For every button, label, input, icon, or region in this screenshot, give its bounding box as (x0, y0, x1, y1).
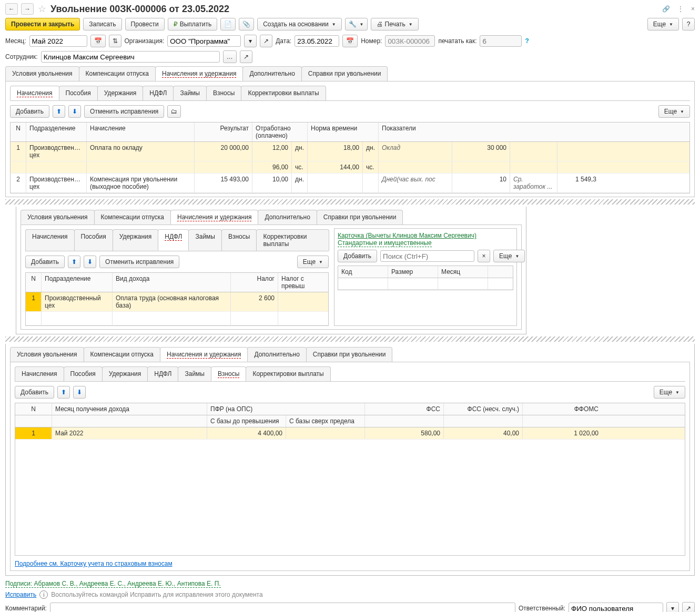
create-based-button[interactable]: Создать на основании▼ (257, 18, 341, 30)
s3-contrib[interactable]: Взносы (211, 366, 246, 381)
doc-icon-button[interactable]: 📄 (220, 18, 236, 30)
s2-corrections[interactable]: Корректировки выплаты (256, 229, 329, 251)
card-std-link[interactable]: Стандартные и имущественные (338, 239, 432, 247)
attach-icon-button[interactable]: 📎 (239, 18, 254, 30)
close-icon[interactable]: × (691, 5, 695, 13)
grid1-row-1a[interactable]: 1 Производственный цех Оплата по окладу … (11, 142, 689, 161)
g2-row-1[interactable]: 1 Производственный цех Оплата труда (осн… (26, 292, 328, 312)
employee-input[interactable] (41, 51, 220, 63)
col-n[interactable]: N (11, 123, 26, 141)
org-open[interactable]: ↗ (260, 35, 272, 47)
printas-input[interactable] (480, 35, 522, 47)
link-icon[interactable]: 🔗 (662, 5, 670, 13)
s2-contrib[interactable]: Взносы (221, 229, 257, 251)
contrib-detail-link[interactable]: Подробнее см. Карточку учета по страховы… (15, 560, 173, 567)
col-worked[interactable]: Отработано (оплачено) (252, 123, 308, 141)
col-dept[interactable]: Подразделение (26, 123, 87, 141)
g2-col-taxex[interactable]: Налог с превыш (278, 273, 328, 292)
post-and-close-button[interactable]: Провести и закрыть (5, 18, 80, 30)
tab2-additional[interactable]: Дополнительно (258, 210, 317, 225)
s2-loans[interactable]: Займы (188, 229, 222, 251)
extra-icon-button[interactable]: 🔧▼ (345, 18, 368, 30)
comment-input[interactable] (50, 603, 515, 612)
tab-additional[interactable]: Дополнительно (242, 66, 301, 81)
col-accr[interactable]: Начисление (87, 123, 195, 141)
col-res[interactable]: Результат (195, 123, 252, 141)
cancel-fix-2[interactable]: Отменить исправления (99, 256, 179, 268)
month-spinner[interactable]: ⇅ (109, 35, 121, 47)
responsible-open[interactable]: ↗ (682, 602, 695, 612)
col-ind[interactable]: Показатели (379, 123, 689, 141)
tab2-accruals[interactable]: Начисления и удержания (170, 210, 258, 225)
date-input[interactable] (295, 35, 339, 47)
s3-corrections[interactable]: Корректировки выплаты (246, 366, 330, 381)
employee-select[interactable]: … (223, 50, 237, 63)
card-col-size[interactable]: Размер (388, 266, 438, 278)
more-sub-1[interactable]: Еще▼ (658, 105, 690, 118)
date-cal-icon[interactable]: 📅 (342, 35, 358, 47)
card-add[interactable]: Добавить (338, 250, 377, 262)
s3-loans[interactable]: Займы (178, 366, 211, 381)
grid1-row-1b[interactable]: 96,00 чс. 144,00 чс. (11, 161, 689, 174)
tab3-additional[interactable]: Дополнительно (247, 347, 306, 362)
g3-col-n[interactable]: N (15, 403, 52, 415)
printas-help-icon[interactable]: ? (525, 37, 529, 45)
kebab-icon[interactable]: ⋮ (677, 5, 684, 13)
post-button[interactable]: Провести (125, 18, 165, 30)
responsible-dropdown[interactable]: ▾ (666, 602, 679, 612)
card-search[interactable] (380, 250, 474, 262)
add-button-2[interactable]: Добавить (25, 256, 65, 268)
subtab-contrib[interactable]: Взносы (206, 86, 241, 100)
tab2-conditions[interactable]: Условия увольнения (21, 210, 95, 225)
g3-col-ffoms[interactable]: ФФОМС (523, 403, 602, 415)
s2-ndfl[interactable]: НДФЛ (158, 229, 189, 251)
move-up-3[interactable]: ⬆ (57, 386, 70, 399)
employee-open[interactable]: ↗ (240, 50, 252, 63)
more-sub-2[interactable]: Еще▼ (297, 256, 329, 268)
s3-benefits[interactable]: Пособия (64, 366, 103, 381)
responsible-input[interactable] (569, 603, 663, 612)
subtab-corrections[interactable]: Корректировки выплаты (241, 86, 326, 100)
card-title-link[interactable]: Карточка (Вычеты Клинцов Максим Сергееви… (338, 232, 476, 239)
move-down-3[interactable]: ⬇ (73, 386, 86, 399)
tab2-compensations[interactable]: Компенсации отпуска (94, 210, 171, 225)
org-input[interactable] (167, 35, 241, 47)
g3-col-pfr[interactable]: ПФР (на ОПС) (207, 403, 365, 415)
col-norm[interactable]: Норма времени (308, 123, 379, 141)
g3-col-fssn[interactable]: ФСС (несч. случ.) (444, 403, 523, 415)
subtab-benefits[interactable]: Пособия (59, 86, 98, 100)
g3-col-fss[interactable]: ФСС (365, 403, 444, 415)
tab-certificates[interactable]: Справки при увольнении (301, 66, 388, 81)
tab-conditions[interactable]: Условия увольнения (5, 66, 79, 81)
g3-row-1[interactable]: 1 Май 2022 4 400,00 580,00 40,00 1 020,0… (15, 427, 685, 440)
month-input[interactable] (29, 35, 87, 47)
cancel-fix-1[interactable]: Отменить исправления (84, 105, 164, 118)
signatures-link[interactable]: Подписи: Абрамов С. В., Андреева Е. С., … (5, 580, 221, 588)
subtab-deductions[interactable]: Удержания (97, 86, 144, 100)
add-button-3[interactable]: Добавить (15, 386, 54, 399)
s2-benefits[interactable]: Пособия (74, 229, 113, 251)
g3-col-pfr2[interactable]: С базы сверх предела (286, 415, 365, 427)
more-sub-3[interactable]: Еще▼ (654, 386, 685, 399)
tab3-compensations[interactable]: Компенсации отпуска (84, 347, 160, 362)
tab3-accruals[interactable]: Начисления и удержания (160, 347, 248, 362)
print-button[interactable]: 🖨 Печать▼ (371, 18, 419, 30)
g2-col-dept[interactable]: Подразделение (42, 273, 113, 292)
help-button[interactable]: ? (682, 18, 695, 30)
more-button[interactable]: Еще▼ (647, 18, 679, 30)
subtab-ndfl[interactable]: НДФЛ (143, 86, 174, 100)
favorite-icon[interactable]: ☆ (38, 3, 46, 15)
move-up-2[interactable]: ⬆ (68, 256, 80, 268)
fix-link[interactable]: Исправить (5, 591, 36, 598)
g2-col-tax[interactable]: Налог (231, 273, 278, 292)
grid1-row-2[interactable]: 2 Производственный цех Компенсация при у… (11, 174, 689, 193)
move-down-2[interactable]: ⬇ (84, 256, 96, 268)
card-search-clear[interactable]: × (478, 250, 490, 262)
card-col-month[interactable]: Месяц (438, 266, 488, 278)
g2-col-n[interactable]: N (26, 273, 42, 292)
move-up-1[interactable]: ⬆ (53, 105, 65, 118)
card-more[interactable]: Еще▼ (493, 250, 525, 262)
tab2-certificates[interactable]: Справки при увольнении (317, 210, 403, 225)
tab-accruals[interactable]: Начисления и удержания (155, 66, 243, 81)
tab3-certificates[interactable]: Справки при увольнении (306, 347, 393, 362)
